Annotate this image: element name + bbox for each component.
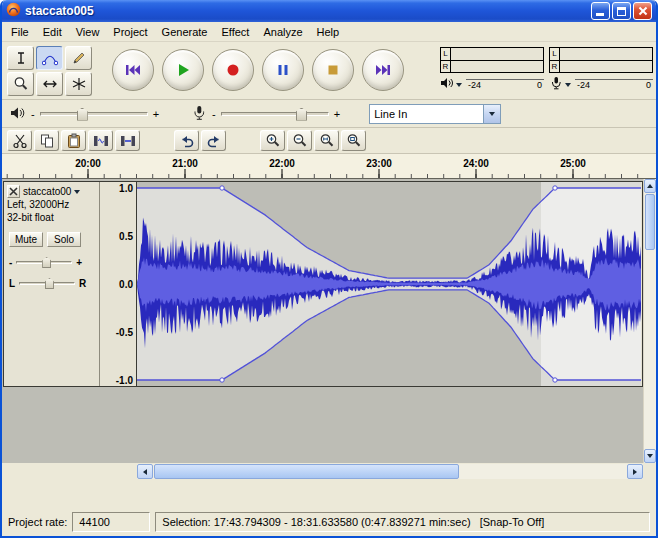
- multi-tool-button[interactable]: [65, 72, 92, 96]
- zoom-out-button[interactable]: [287, 130, 312, 151]
- record-button[interactable]: [212, 49, 254, 91]
- fit-selection-button[interactable]: [314, 130, 339, 151]
- scissors-icon: [12, 133, 28, 149]
- svg-text:20:00: 20:00: [75, 158, 101, 169]
- input-meter-dropdown-icon[interactable]: [565, 83, 571, 90]
- forward-button[interactable]: [362, 49, 404, 91]
- menu-analyze[interactable]: Analyze: [256, 24, 309, 40]
- track-menu-arrow-icon[interactable]: [74, 190, 80, 197]
- horizontal-scrollbar[interactable]: [137, 464, 643, 479]
- input-source-select[interactable]: Line In: [369, 104, 501, 124]
- amp-label-neg1: -1.0: [116, 375, 133, 386]
- maximize-icon: [617, 7, 626, 16]
- play-icon: [174, 61, 192, 79]
- selection-tool-button[interactable]: [7, 46, 34, 70]
- close-button[interactable]: [633, 2, 652, 20]
- waveform-graphic: [137, 182, 641, 386]
- paste-button[interactable]: [61, 130, 86, 151]
- meter-toolbar: L R -240 L R -240: [440, 47, 653, 95]
- vertical-scroll-thumb[interactable]: [645, 194, 655, 250]
- scroll-left-button[interactable]: [137, 464, 153, 479]
- input-right-label: R: [550, 61, 560, 72]
- gain-slider-thumb[interactable]: [42, 257, 51, 268]
- output-meter-dropdown-icon[interactable]: [456, 83, 462, 90]
- scroll-up-button[interactable]: [644, 179, 656, 193]
- input-volume-max-label: +: [334, 108, 340, 120]
- menu-file[interactable]: File: [4, 24, 36, 40]
- output-meter-bars: L R: [440, 47, 544, 73]
- cut-button[interactable]: [7, 130, 32, 151]
- input-left-track: [560, 48, 652, 60]
- horizontal-scroll-thumb[interactable]: [154, 464, 459, 479]
- track-name[interactable]: staccato00: [23, 186, 71, 197]
- arrow-right-icon: [633, 469, 640, 475]
- trim-button[interactable]: [88, 130, 113, 151]
- output-left-label: L: [441, 48, 451, 60]
- envelope-tool-button[interactable]: [36, 46, 63, 70]
- output-scale-min: -24: [468, 80, 481, 90]
- main-toolbar: L R -240 L R -240: [2, 42, 656, 100]
- horizontal-scroll-track[interactable]: [153, 464, 627, 479]
- gain-slider[interactable]: [16, 261, 72, 264]
- fit-project-button[interactable]: [341, 130, 366, 151]
- speaker-icon: [10, 105, 26, 123]
- minimize-button[interactable]: [591, 2, 610, 20]
- rewind-button[interactable]: [112, 49, 154, 91]
- track-close-button[interactable]: [7, 185, 20, 198]
- record-icon: [224, 61, 242, 79]
- hscroll-row: [2, 463, 656, 481]
- input-source-dropdown-button[interactable]: [483, 105, 500, 123]
- menu-project[interactable]: Project: [106, 24, 154, 40]
- timeline-ruler[interactable]: 20:0021:0022:0023:0024:0025:00: [2, 154, 656, 179]
- input-volume-slider[interactable]: [221, 112, 329, 116]
- asterisk-icon: [71, 76, 87, 92]
- menu-effect[interactable]: Effect: [214, 24, 256, 40]
- pan-slider[interactable]: [19, 282, 75, 285]
- undo-button[interactable]: [174, 130, 199, 151]
- draw-tool-button[interactable]: [65, 46, 92, 70]
- redo-button[interactable]: [201, 130, 226, 151]
- copy-button[interactable]: [34, 130, 59, 151]
- rewind-icon: [124, 61, 142, 79]
- zoom-tool-button[interactable]: [7, 72, 34, 96]
- timeshift-tool-button[interactable]: [36, 72, 63, 96]
- audacity-logo-icon: [6, 2, 21, 21]
- scroll-right-button[interactable]: [627, 464, 643, 479]
- play-button[interactable]: [162, 49, 204, 91]
- output-volume-thumb[interactable]: [77, 108, 88, 121]
- gain-max-label: +: [76, 257, 82, 268]
- vertical-ruler[interactable]: 1.0 0.5 0.0 -0.5 -1.0: [100, 182, 137, 386]
- input-volume-thumb[interactable]: [296, 108, 307, 121]
- menu-edit[interactable]: Edit: [36, 24, 69, 40]
- output-meter[interactable]: L R -240: [440, 47, 544, 95]
- solo-button[interactable]: Solo: [47, 232, 81, 247]
- track-control-panel: staccato00 Left, 32000Hz 32-bit float Mu…: [4, 182, 100, 386]
- scroll-down-button[interactable]: [644, 449, 656, 463]
- menu-generate[interactable]: Generate: [155, 24, 215, 40]
- silence-button[interactable]: [115, 130, 140, 151]
- ibeam-icon: [13, 50, 29, 66]
- pan-slider-thumb[interactable]: [45, 278, 54, 289]
- audacity-window: staccato005 File Edit View Project Gener…: [0, 0, 658, 538]
- amp-label-0: 0.0: [119, 279, 133, 290]
- bottom-gap: [2, 481, 656, 508]
- vertical-scroll-track[interactable]: [644, 251, 656, 449]
- gain-min-label: -: [9, 257, 12, 268]
- output-volume-slider[interactable]: [40, 112, 148, 116]
- menu-view[interactable]: View: [69, 24, 107, 40]
- input-volume-min-label: -: [212, 108, 216, 120]
- pause-button[interactable]: [262, 49, 304, 91]
- menu-help[interactable]: Help: [310, 24, 347, 40]
- stop-button[interactable]: [312, 49, 354, 91]
- zoom-in-button[interactable]: [260, 130, 285, 151]
- input-meter[interactable]: L R -240: [549, 47, 653, 95]
- fast-forward-icon: [374, 61, 392, 79]
- titlebar[interactable]: staccato005: [2, 0, 656, 22]
- pencil-icon: [71, 50, 87, 66]
- waveform-display[interactable]: [137, 182, 642, 386]
- vertical-scrollbar[interactable]: [643, 179, 656, 463]
- mute-button[interactable]: Mute: [9, 232, 43, 247]
- track-area: staccato00 Left, 32000Hz 32-bit float Mu…: [2, 179, 656, 463]
- maximize-button[interactable]: [612, 2, 631, 20]
- input-right-track: [560, 61, 652, 72]
